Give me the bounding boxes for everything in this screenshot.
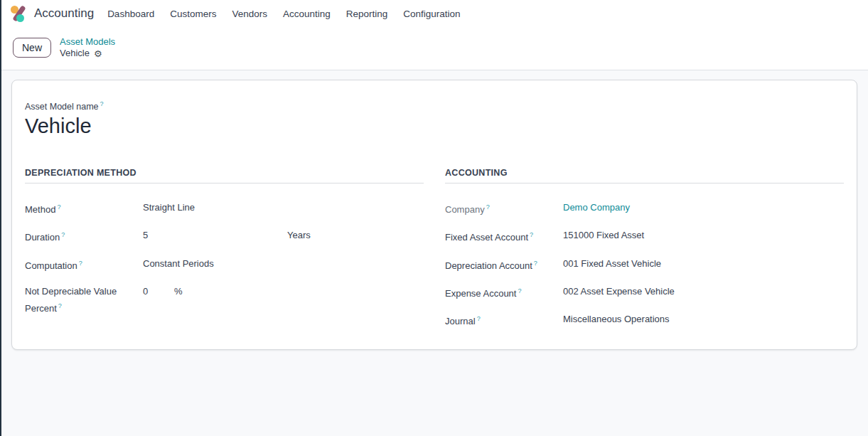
menu-dashboard[interactable]: Dashboard: [100, 2, 162, 26]
app-window: Accounting Dashboard Customers Vendors A…: [0, 0, 868, 436]
menu-accounting[interactable]: Accounting: [275, 2, 338, 26]
menu-customers[interactable]: Customers: [162, 2, 224, 26]
field-value: 0 %: [143, 284, 424, 316]
asset-model-name-label: Asset Model name?: [25, 100, 844, 112]
help-icon: ?: [58, 302, 62, 309]
field-not-depreciable-percent: Not Depreciable Value Percent? 0 %: [25, 284, 424, 316]
menu-reporting[interactable]: Reporting: [338, 2, 396, 26]
help-icon: ?: [530, 231, 533, 238]
section-divider: [445, 183, 844, 184]
field-value[interactable]: Constant Periods: [143, 256, 424, 273]
section-title-accounting: ACCOUNTING: [445, 168, 844, 178]
field-expense-account: Expense Account? 002 Asset Expense Vehic…: [445, 284, 844, 301]
percent-logo-icon: [10, 5, 28, 23]
help-icon: ?: [534, 260, 537, 267]
app-title: Accounting: [34, 6, 94, 21]
help-icon: ?: [486, 203, 490, 211]
help-icon: ?: [477, 315, 481, 322]
form-columns: DEPRECIATION METHOD Method? Straight Lin…: [25, 168, 844, 340]
section-divider: [25, 183, 424, 184]
depreciation-method-section: DEPRECIATION METHOD Method? Straight Lin…: [25, 168, 424, 340]
control-panel: New Asset Models Vehicle ⚙: [1, 27, 868, 70]
main-menu: Dashboard Customers Vendors Accounting R…: [100, 2, 468, 26]
field-label: Method?: [25, 200, 143, 217]
field-label: Expense Account?: [445, 284, 563, 301]
help-icon: ?: [57, 203, 60, 211]
help-icon: ?: [79, 260, 82, 267]
field-label: Journal?: [445, 312, 563, 329]
settings-gear-icon[interactable]: ⚙: [94, 49, 102, 58]
percent-sign: %: [174, 284, 183, 299]
field-computation: Computation? Constant Periods: [25, 256, 424, 273]
menu-configuration[interactable]: Configuration: [395, 2, 468, 26]
help-icon: ?: [100, 100, 104, 107]
field-fixed-asset-account: Fixed Asset Account? 151000 Fixed Asset: [445, 228, 844, 245]
duration-number-input[interactable]: 5: [143, 228, 287, 243]
field-value[interactable]: 001 Fixed Asset Vehicle: [563, 256, 844, 273]
help-icon: ?: [61, 231, 65, 238]
field-value[interactable]: 002 Asset Expense Vehicle: [563, 284, 844, 301]
field-value: 5 Years: [143, 228, 424, 245]
breadcrumb-asset-models-link[interactable]: Asset Models: [60, 36, 115, 48]
field-depreciation-account: Depreciation Account? 001 Fixed Asset Ve…: [445, 256, 844, 273]
field-label: Fixed Asset Account?: [445, 228, 563, 245]
field-journal: Journal? Miscellaneous Operations: [445, 312, 844, 329]
field-company: Company? Demo Company: [445, 200, 844, 217]
accounting-section: ACCOUNTING Company? Demo Company Fixed A…: [445, 168, 844, 340]
field-label: Duration?: [25, 228, 143, 245]
asset-model-name-value[interactable]: Vehicle: [25, 115, 844, 138]
field-label: Computation?: [25, 256, 143, 273]
field-value[interactable]: Miscellaneous Operations: [563, 312, 844, 329]
company-link[interactable]: Demo Company: [563, 200, 844, 217]
content-area: Asset Model name? Vehicle DEPRECIATION M…: [1, 70, 868, 436]
breadcrumb-current-record: Vehicle: [60, 48, 90, 59]
new-button[interactable]: New: [13, 38, 51, 58]
top-navbar: Accounting Dashboard Customers Vendors A…: [1, 0, 868, 27]
field-label: Depreciation Account?: [445, 256, 563, 273]
field-duration: Duration? 5 Years: [25, 228, 424, 245]
menu-vendors[interactable]: Vendors: [224, 2, 275, 26]
asset-model-form-sheet: Asset Model name? Vehicle DEPRECIATION M…: [11, 80, 857, 350]
field-method: Method? Straight Line: [25, 200, 424, 217]
duration-unit-select[interactable]: Years: [287, 228, 311, 243]
field-value[interactable]: 151000 Fixed Asset: [563, 228, 844, 245]
section-title-depreciation: DEPRECIATION METHOD: [25, 168, 424, 178]
help-icon: ?: [518, 287, 521, 294]
field-label: Not Depreciable Value Percent?: [25, 284, 143, 316]
field-label: Company?: [445, 200, 563, 217]
breadcrumb: Asset Models Vehicle ⚙: [60, 36, 115, 59]
field-value[interactable]: Straight Line: [143, 200, 424, 217]
apps-menu-toggle[interactable]: Accounting: [10, 5, 94, 23]
percent-number-input[interactable]: 0: [143, 284, 174, 299]
